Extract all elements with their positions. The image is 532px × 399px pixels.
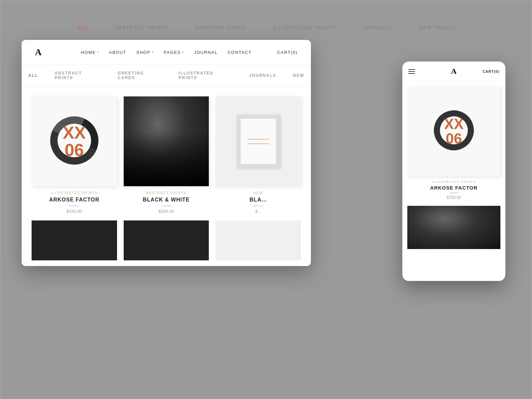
filter-illustrated-prints[interactable]: ILLUSTRATED PRINTS [179,71,232,80]
product-category-2: ABSTRACT PRINTS [124,191,209,195]
mobile-product-category-1: ILLUSTRATED PRINTS [407,180,500,184]
desktop-cart[interactable]: CART(0) [277,50,298,55]
shop-arrow-icon: ▾ [152,51,154,54]
product-grid: XX 06 ILLUSTRATED PRINTS ARKOSE FACTOR $… [22,86,311,217]
desktop-window: A HOME ▾ ABOUT SHOP ▾ PAGES ▾ JOURNAL CO… [22,40,311,266]
product-title-3: BLA... [215,197,301,203]
product-grid-row2 [22,217,311,264]
product-image-1: XX 06 [32,96,117,186]
product-price-1: $150.00 [32,209,117,214]
mobile-product-1[interactable]: XX 06 ILLUSTRATED PRINTS ARKOSE FACTOR $… [402,81,505,202]
filter-journals[interactable]: JOURNALS [249,73,276,78]
mobile-cart[interactable]: CART(0) [482,69,499,73]
nav-journal[interactable]: JOURNAL [194,50,217,55]
product-title-2: BLACK & WHITE [124,197,209,203]
product-card-3[interactable]: NEW BLA... $... [212,93,304,217]
desktop-nav: A HOME ▾ ABOUT SHOP ▾ PAGES ▾ JOURNAL CO… [22,40,311,65]
mobile-product-2[interactable] [402,202,505,249]
background-filter-bar: All Abstract Prints Greeting Cards Illus… [0,18,532,37]
product-card-6[interactable] [212,217,304,264]
mobile-xx06-text: XX 06 [444,117,464,146]
product-price-3: $... [215,209,301,214]
product-price-2: $200.00 [124,209,209,214]
product-category-1: ILLUSTRATED PRINTS [32,191,117,195]
product-image-3 [215,96,301,186]
xx06-text: XX 06 [63,124,86,159]
mobile-product-divider-1 [450,193,458,193]
bg-filter-illustrated: Illustrated Prints [273,25,335,30]
hamburger-line-2 [408,71,415,72]
bg-filter-journals: Journals [362,25,393,30]
bg-filter-new: New Prints [419,25,455,30]
nav-pages[interactable]: PAGES ▾ [164,50,184,55]
filter-greeting-cards[interactable]: GREETING CARDS [118,71,162,80]
product-title-1: ARKOSE FACTOR [32,197,117,203]
product-image-5 [124,220,209,260]
filter-new[interactable]: NEW [293,73,304,78]
frame-line-bottom [247,144,269,144]
product-divider-3 [253,205,263,206]
mobile-product-img-2 [407,206,500,249]
home-arrow-icon: ▾ [97,51,99,54]
nav-home[interactable]: HOME ▾ [81,50,99,55]
filter-abstract-prints[interactable]: ABSTRACT PRINTS [55,71,101,80]
nav-contact[interactable]: CONTACT [227,50,251,55]
product-image-4 [32,220,117,260]
mobile-window: A CART(0) XX 06 ILLUSTRATED PRINTS ARKOS… [402,62,505,281]
hamburger-line-3 [408,73,415,74]
bw-figure [124,96,209,186]
frame-line-top [247,139,269,139]
mobile-product-info-1: ILLUSTRATED PRINTS ARKOSE FACTOR $150.00 [407,176,500,202]
product-image-2 [124,96,209,186]
mobile-product-img-1: XX 06 [407,86,500,176]
bg-filter-greeting: Greeting Cards [195,25,246,30]
filter-all[interactable]: ALL [28,73,38,78]
xx06-artwork: XX 06 [48,111,101,171]
product-card-2[interactable]: ABSTRACT PRINTS BLACK & WHITE $200.00 [120,93,212,217]
mobile-product-title-1: ARKOSE FACTOR [407,185,500,191]
mobile-nav: A CART(0) [402,62,505,81]
mobile-logo: A [451,67,457,76]
desktop-logo: A [35,47,42,58]
bg-filter-abstract: Abstract Prints [114,25,168,30]
product-divider-1 [69,205,79,206]
mobile-xx06-artwork: XX 06 [432,106,475,156]
product-card-4[interactable] [28,217,120,264]
desktop-nav-links: HOME ▾ ABOUT SHOP ▾ PAGES ▾ JOURNAL CONT… [81,50,252,55]
product-image-6 [215,220,301,260]
pages-arrow-icon: ▾ [182,51,184,54]
product-card-1[interactable]: XX 06 ILLUSTRATED PRINTS ARKOSE FACTOR $… [28,93,120,217]
product-card-5[interactable] [120,217,212,264]
nav-about[interactable]: ABOUT [109,50,126,55]
mobile-product-price-1: $150.00 [407,195,500,200]
hamburger-menu[interactable] [408,69,415,74]
product-category-3: NEW [215,191,301,195]
nav-shop[interactable]: SHOP ▾ [136,50,154,55]
bg-filter-all: All [77,25,88,30]
hamburger-line-1 [408,69,415,70]
product-divider-2 [161,205,171,206]
desktop-filter-bar: ALL ABSTRACT PRINTS GREETING CARDS ILLUS… [22,65,311,86]
frame-artwork [237,115,280,168]
